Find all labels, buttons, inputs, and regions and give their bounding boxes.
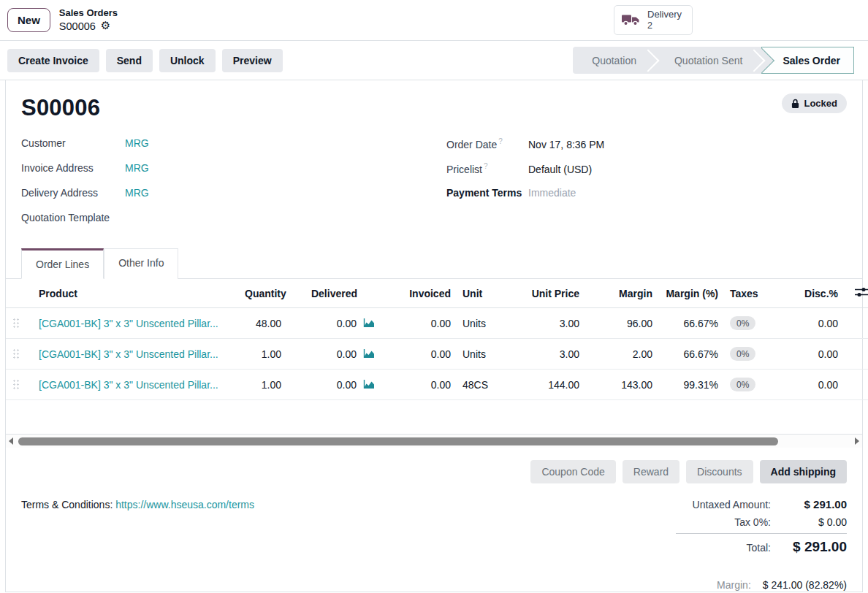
fields-left: Customer MRG Invoice Address MRG Deliver… xyxy=(21,137,446,237)
field-quotation-template: Quotation Template xyxy=(21,212,446,237)
customer-value[interactable]: MRG xyxy=(125,137,149,149)
table-row[interactable]: [CGA001-BK] 3" x 3" Unscented Pillar... … xyxy=(6,370,868,400)
field-invoice-address: Invoice Address MRG xyxy=(21,162,446,187)
scroll-left-arrow[interactable] xyxy=(9,437,13,445)
delivery-address-value[interactable]: MRG xyxy=(125,187,149,199)
pricelist-value[interactable]: Default (USD) xyxy=(528,164,592,175)
row-drag-handle[interactable] xyxy=(6,370,33,400)
payment-terms-value[interactable]: Immediate xyxy=(528,187,576,199)
preview-button[interactable]: Preview xyxy=(222,49,283,72)
stage-quotation-sent-label: Quotation Sent xyxy=(674,55,742,66)
row-end-spacer xyxy=(844,370,868,400)
taxes-cell[interactable]: 0% xyxy=(724,339,788,370)
drag-handle-icon[interactable] xyxy=(12,348,19,359)
margin-cell[interactable]: 96.00 xyxy=(585,308,658,339)
row-drag-handle[interactable] xyxy=(6,339,33,370)
unit-cell[interactable]: Units xyxy=(457,308,521,339)
invoiced-cell[interactable]: 0.00 xyxy=(381,370,457,400)
invoiced-cell[interactable]: 0.00 xyxy=(381,308,457,339)
forecast-chart-icon[interactable] xyxy=(362,380,375,389)
delivered-value: 0.00 xyxy=(337,379,357,391)
send-button[interactable]: Send xyxy=(106,49,153,72)
margin-cell[interactable]: 2.00 xyxy=(585,339,658,370)
delivered-cell[interactable]: 0.00 xyxy=(287,370,381,400)
invoiced-cell[interactable]: 0.00 xyxy=(381,339,457,370)
new-button[interactable]: New xyxy=(7,8,50,32)
add-shipping-button[interactable]: Add shipping xyxy=(760,460,847,483)
delivery-smart-button[interactable]: Delivery 2 xyxy=(614,5,693,36)
untaxed-amount-value: $ 291.00 xyxy=(780,498,847,510)
line-action-buttons: Coupon Code Reward Discounts Add shippin… xyxy=(21,460,847,483)
discounts-button[interactable]: Discounts xyxy=(686,460,753,483)
forecast-chart-icon[interactable] xyxy=(362,318,375,328)
top-header: New Sales Orders S00006 ⚙ Delivery 2 xyxy=(0,0,868,41)
unit-price-cell[interactable]: 144.00 xyxy=(521,370,585,400)
product-link[interactable]: [CGA001-BK] 3" x 3" Unscented Pillar... xyxy=(33,308,239,339)
drag-handle-icon[interactable] xyxy=(12,378,19,389)
margin-cell[interactable]: 143.00 xyxy=(585,370,658,400)
invoice-address-label: Invoice Address xyxy=(21,162,125,174)
field-order-date: Order Date? Nov 17, 8:36 PM xyxy=(446,137,847,162)
terms-link[interactable]: https://www.hseusa.com/terms xyxy=(115,499,254,510)
reward-button[interactable]: Reward xyxy=(623,460,679,483)
product-link[interactable]: [CGA001-BK] 3" x 3" Unscented Pillar... xyxy=(33,339,239,370)
margin-pct-cell[interactable]: 99.31% xyxy=(658,370,724,400)
tax-badge: 0% xyxy=(730,378,755,391)
stage-quotation-sent[interactable]: Quotation Sent xyxy=(655,47,761,74)
breadcrumb: Sales Orders S00006 ⚙ xyxy=(59,7,118,33)
scrollbar-thumb[interactable] xyxy=(18,437,778,445)
invoice-address-value[interactable]: MRG xyxy=(125,162,149,174)
tab-other-info[interactable]: Other Info xyxy=(104,248,178,279)
quantity-cell[interactable]: 1.00 xyxy=(239,370,287,400)
disc-cell[interactable]: 0.00 xyxy=(788,308,844,339)
margin-pct-cell[interactable]: 66.67% xyxy=(658,308,724,339)
breadcrumb-app[interactable]: Sales Orders xyxy=(59,7,118,19)
table-row[interactable]: [CGA001-BK] 3" x 3" Unscented Pillar... … xyxy=(6,308,868,339)
tab-order-lines[interactable]: Order Lines xyxy=(21,248,104,279)
stage-quotation-label: Quotation xyxy=(592,55,636,66)
product-link[interactable]: [CGA001-BK] 3" x 3" Unscented Pillar... xyxy=(33,370,239,400)
col-unit: Unit xyxy=(457,279,521,308)
table-header-row: Product Quantity Delivered Invoiced Unit… xyxy=(6,279,868,308)
delivered-value: 0.00 xyxy=(337,348,357,360)
delivery-address-label: Delivery Address xyxy=(21,187,125,199)
create-invoice-button[interactable]: Create Invoice xyxy=(7,49,99,72)
quantity-cell[interactable]: 1.00 xyxy=(239,339,287,370)
horizontal-scrollbar[interactable] xyxy=(6,435,862,448)
row-drag-handle[interactable] xyxy=(6,308,33,339)
col-delivered: Delivered xyxy=(287,279,381,308)
order-date-value[interactable]: Nov 17, 8:36 PM xyxy=(528,139,604,150)
drag-handle-icon[interactable] xyxy=(12,317,19,328)
tax-value: $ 0.00 xyxy=(780,516,847,528)
coupon-code-button[interactable]: Coupon Code xyxy=(530,460,615,483)
delivered-cell[interactable]: 0.00 xyxy=(287,308,381,339)
unit-cell[interactable]: 48CS xyxy=(457,370,521,400)
totals-block: Untaxed Amount: $ 291.00 Tax 0%: $ 0.00 … xyxy=(676,495,847,558)
forecast-chart-icon[interactable] xyxy=(362,349,375,359)
table-row[interactable]: [CGA001-BK] 3" x 3" Unscented Pillar... … xyxy=(6,339,868,370)
gear-icon[interactable]: ⚙ xyxy=(101,19,110,33)
delivered-cell[interactable]: 0.00 xyxy=(287,339,381,370)
total-label: Total: xyxy=(747,542,771,554)
stage-sales-order[interactable]: Sales Order xyxy=(761,47,854,74)
unit-cell[interactable]: Units xyxy=(457,339,521,370)
terms-and-conditions: Terms & Conditions: https://www.hseusa.c… xyxy=(21,495,254,558)
unit-price-cell[interactable]: 3.00 xyxy=(521,339,585,370)
tax-badge: 0% xyxy=(730,316,755,330)
stage-quotation[interactable]: Quotation xyxy=(573,47,655,74)
unit-price-cell[interactable]: 3.00 xyxy=(521,308,585,339)
quantity-cell[interactable]: 48.00 xyxy=(239,308,287,339)
record-name: S00006 xyxy=(59,20,96,33)
taxes-cell[interactable]: 0% xyxy=(724,308,788,339)
pricelist-label-text: Pricelist xyxy=(446,164,482,175)
margin-pct-cell[interactable]: 66.67% xyxy=(658,339,724,370)
unlock-button[interactable]: Unlock xyxy=(159,49,216,72)
disc-cell[interactable]: 0.00 xyxy=(788,339,844,370)
order-date-help-icon: ? xyxy=(498,137,503,145)
optional-columns-icon[interactable] xyxy=(855,287,868,297)
notebook-tabs: Order Lines Other Info xyxy=(6,248,862,279)
scroll-right-arrow[interactable] xyxy=(855,437,859,445)
disc-cell[interactable]: 0.00 xyxy=(788,370,844,400)
taxes-cell[interactable]: 0% xyxy=(724,370,788,400)
margin-summary-label: Margin: xyxy=(717,579,751,591)
